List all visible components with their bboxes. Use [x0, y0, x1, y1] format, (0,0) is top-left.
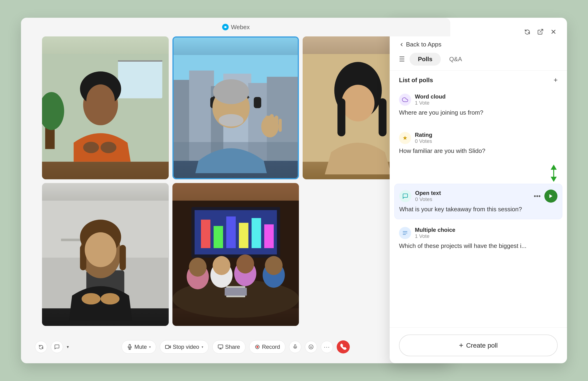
audio-settings-button[interactable] — [289, 341, 301, 353]
video-chevron[interactable]: ▾ — [202, 345, 203, 349]
reorder-2-3 — [394, 163, 562, 184]
svg-point-10 — [101, 142, 116, 153]
end-call-button[interactable] — [337, 340, 350, 354]
poll-item-4[interactable]: Multiple choice 1 Vote Which of these pr… — [394, 221, 562, 256]
poll-2-type: Rating — [415, 132, 432, 138]
chat-icon — [54, 344, 60, 350]
poll-3-play-button[interactable] — [544, 190, 557, 203]
video-cell-1[interactable] — [42, 36, 169, 179]
tab-polls[interactable]: Polls — [410, 53, 441, 66]
emoji-icon — [309, 344, 314, 350]
participant-4-visual — [42, 183, 169, 326]
polls-list: Word cloud 1 Vote Where are you joining … — [390, 88, 567, 327]
poll-1-question: Where are you joining us from? — [399, 108, 558, 117]
record-icon — [254, 344, 260, 350]
more-icon: ··· — [324, 344, 330, 350]
add-poll-button[interactable]: + — [553, 76, 558, 84]
webex-window: Webex — [21, 18, 450, 363]
mute-chevron[interactable]: ▾ — [149, 345, 151, 349]
create-poll-label: Create poll — [466, 342, 498, 349]
poll-1-votes: 1 Vote — [415, 100, 446, 106]
toolbar-center: Mute ▾ Stop video ▾ — [122, 340, 350, 354]
word-cloud-icon — [402, 97, 408, 103]
back-arrow-icon — [399, 42, 404, 47]
end-call-icon — [340, 344, 346, 350]
video-cell-4[interactable] — [42, 183, 169, 326]
poll-2-votes: 0 Votes — [415, 138, 432, 144]
svg-rect-70 — [166, 345, 169, 349]
webex-toolbar: ▾ Mute ▾ — [21, 331, 450, 363]
chat-chevron[interactable]: ▾ — [67, 344, 69, 350]
poll-2-question: How familiar are you with Slido? — [399, 147, 558, 155]
svg-point-75 — [310, 346, 311, 347]
svg-rect-54 — [213, 226, 223, 248]
arrow-up-icon — [551, 165, 557, 170]
video-icon — [165, 344, 171, 350]
svg-rect-53 — [201, 220, 210, 248]
poll-3-question: What is your key takeaway from this sess… — [399, 205, 557, 213]
refresh-slido-button[interactable] — [523, 27, 531, 36]
reorder-1-2 — [394, 124, 562, 126]
poll-4-type: Multiple choice — [415, 227, 455, 233]
svg-point-63 — [212, 256, 230, 275]
poll-3-type: Open text — [415, 190, 441, 196]
record-button[interactable]: Record — [249, 340, 285, 354]
webex-logo-text: Webex — [231, 23, 250, 31]
popout-button[interactable] — [536, 27, 545, 36]
arrow-down-icon — [551, 177, 557, 182]
mute-button[interactable]: Mute ▾ — [122, 340, 156, 354]
tab-qa[interactable]: Q&A — [441, 53, 470, 66]
refresh-icon — [38, 344, 44, 350]
svg-rect-58 — [264, 224, 274, 248]
svg-marker-80 — [549, 194, 552, 198]
arrow-line — [553, 170, 554, 177]
poll-1-type: Word cloud — [415, 93, 446, 100]
svg-rect-26 — [270, 114, 273, 131]
poll-3-meta: Open text 0 Votes — [415, 190, 441, 202]
svg-point-74 — [309, 345, 313, 349]
video-cell-2[interactable] — [172, 36, 299, 179]
create-poll-button[interactable]: + Create poll — [399, 335, 558, 356]
refresh-button[interactable] — [35, 341, 47, 353]
svg-point-22 — [213, 79, 249, 104]
star-icon: ★ — [402, 135, 408, 141]
video-cell-5[interactable] — [172, 183, 299, 326]
svg-rect-71 — [218, 345, 223, 348]
svg-point-76 — [311, 346, 312, 347]
svg-rect-55 — [226, 216, 236, 248]
more-button[interactable]: ··· — [321, 341, 333, 353]
svg-rect-57 — [252, 218, 261, 248]
slido-panel: ⌄ Slido — [390, 18, 567, 363]
stop-video-button[interactable]: Stop video ▾ — [160, 340, 208, 354]
microphone-icon — [127, 344, 132, 350]
share-button[interactable]: Share — [212, 340, 246, 354]
svg-rect-3 — [118, 61, 162, 62]
poll-item-3[interactable]: Open text 0 Votes ••• What is your key t… — [394, 184, 562, 219]
poll-2-meta: Rating 0 Votes — [415, 132, 432, 144]
poll-3-votes: 0 Votes — [415, 196, 441, 202]
chat-button[interactable] — [51, 341, 63, 353]
svg-point-8 — [86, 85, 115, 117]
reaction-button[interactable] — [305, 341, 317, 353]
play-icon — [548, 194, 553, 199]
back-to-apps-link[interactable]: Back to Apps — [399, 41, 558, 48]
svg-point-9 — [83, 142, 99, 153]
poll-list-header: List of polls + — [390, 70, 567, 88]
close-slido-button[interactable] — [549, 27, 558, 36]
hamburger-menu-button[interactable]: ☰ — [399, 55, 405, 63]
svg-rect-36 — [338, 98, 346, 136]
popout-icon — [537, 28, 544, 35]
svg-point-65 — [236, 254, 254, 273]
multiple-choice-icon — [402, 230, 408, 236]
svg-rect-46 — [120, 245, 126, 270]
mute-label: Mute — [134, 344, 147, 350]
poll-item-2[interactable]: ★ Rating 0 Votes How familiar are you wi… — [394, 126, 562, 161]
svg-rect-2 — [118, 61, 162, 98]
poll-3-more-button[interactable]: ••• — [534, 192, 541, 200]
poll-2-icon: ★ — [399, 132, 411, 144]
poll-item-1[interactable]: Word cloud 1 Vote Where are you joining … — [394, 88, 562, 122]
svg-point-47 — [85, 232, 116, 267]
poll-list-title: List of polls — [399, 77, 433, 84]
video-grid — [42, 36, 429, 326]
poll-1-meta: Word cloud 1 Vote — [415, 93, 446, 106]
